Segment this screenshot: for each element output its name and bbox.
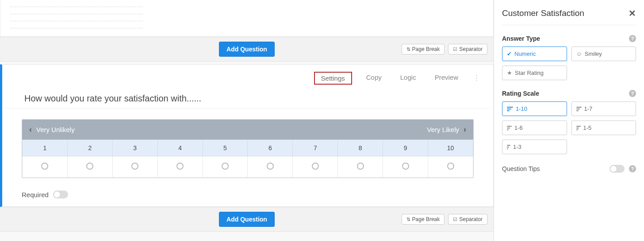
question-action-bar-top: Add Question ⇅ Page Break ☑ Separator	[0, 37, 494, 62]
scale-col-header: 4	[157, 140, 203, 156]
required-toggle[interactable]	[53, 190, 68, 198]
scale-radio[interactable]	[402, 163, 409, 170]
scale-radio[interactable]	[222, 163, 229, 170]
scale-col-header: 5	[203, 140, 248, 156]
scale-col-header: 9	[383, 140, 428, 156]
opt-label: Smiley	[585, 51, 602, 57]
rating-scale-1-6[interactable]: 1-6	[502, 120, 567, 135]
opt-label: 1-6	[514, 124, 523, 131]
scale-col-header: 3	[112, 140, 157, 156]
scale-radio[interactable]	[447, 163, 454, 170]
answer-type-options: ✔ Numeric ☺ Smiley ★ Star Rating	[502, 47, 636, 80]
answer-type-label: Answer Type	[502, 35, 540, 42]
question-tips-toggle[interactable]	[610, 165, 625, 173]
smiley-icon: ☺	[576, 51, 582, 57]
opt-label: 1-7	[584, 105, 593, 112]
separator-icon: ☑	[453, 217, 457, 222]
page-break-icon: ⇅	[406, 217, 410, 222]
chevron-right-icon[interactable]: ›	[464, 125, 466, 134]
answer-type-numeric[interactable]: ✔ Numeric	[502, 47, 567, 61]
page-break-label: Page Break	[412, 216, 440, 222]
separator-button[interactable]: ☑ Separator	[448, 214, 487, 225]
separator-icon: ☑	[453, 47, 457, 52]
add-question-button[interactable]: Add Question	[219, 212, 275, 227]
bars-icon	[576, 126, 581, 130]
sidebar-title: Customer Satisfaction	[502, 8, 584, 18]
scale-radio[interactable]	[312, 163, 319, 170]
scale-left-label: Very Unlikely	[36, 126, 75, 133]
scale-radio[interactable]	[41, 163, 48, 170]
rating-scale-1-5[interactable]: 1-5	[571, 120, 636, 135]
opt-label: Numeric	[514, 51, 536, 57]
required-label: Required	[22, 191, 49, 198]
scale-table: 1 2 3 4 5 6 7 8 9 10	[22, 140, 473, 178]
opt-label: 1-10	[516, 105, 527, 112]
rating-scale-widget: ‹ Very Unlikely Very Likely › 1 2 3 4 5	[22, 119, 474, 178]
question-card: Settings Copy Logic Preview ⋮ How would …	[0, 64, 494, 207]
help-icon[interactable]: ?	[629, 90, 636, 97]
answer-type-smiley[interactable]: ☺ Smiley	[571, 47, 636, 61]
rating-scale-options: 1-10 1-7 1-6 1-5 1-3	[502, 101, 636, 154]
opt-label: Star Rating	[515, 70, 544, 76]
bars-icon	[576, 107, 582, 111]
scale-col-header: 1	[23, 140, 68, 156]
question-tips-label: Question Tips	[502, 165, 540, 172]
answer-type-star[interactable]: ★ Star Rating	[502, 66, 567, 80]
scale-radio[interactable]	[131, 163, 138, 170]
page-break-icon: ⇅	[406, 47, 410, 52]
scale-radio[interactable]	[267, 163, 274, 170]
page-break-button[interactable]: ⇅ Page Break	[402, 44, 445, 54]
rating-scale-1-7[interactable]: 1-7	[571, 101, 636, 116]
chevron-left-icon[interactable]: ‹	[29, 125, 32, 134]
rating-scale-label: Rating Scale	[502, 90, 539, 97]
question-action-bar-bottom: Add Question ⇅ Page Break ☑ Separator	[0, 207, 494, 232]
rating-scale-1-3[interactable]: 1-3	[502, 140, 567, 154]
separator-label: Separator	[459, 46, 483, 52]
star-icon: ★	[507, 70, 512, 76]
tab-settings[interactable]: Settings	[314, 72, 352, 85]
question-title[interactable]: How would you rate your satisfaction wit…	[5, 87, 491, 109]
scale-col-header: 6	[248, 140, 293, 156]
separator-button[interactable]: ☑ Separator	[448, 44, 487, 54]
bars-icon	[507, 107, 513, 111]
scale-col-header: 10	[428, 140, 473, 156]
separator-label: Separator	[459, 216, 483, 222]
settings-sidebar: Customer Satisfaction ✕ Answer Type ? ✔ …	[494, 0, 644, 241]
page-break-label: Page Break	[412, 46, 440, 52]
more-menu-icon[interactable]: ⋮	[472, 72, 482, 85]
scale-right-label: Very Likely	[427, 126, 459, 133]
rating-scale-1-10[interactable]: 1-10	[502, 101, 567, 116]
help-icon[interactable]: ?	[629, 35, 636, 42]
question-toolbar: Settings Copy Logic Preview ⋮	[2, 65, 493, 87]
tab-logic[interactable]: Logic	[396, 72, 421, 85]
opt-label: 1-3	[513, 144, 521, 150]
scale-col-header: 7	[293, 140, 338, 156]
scale-radio[interactable]	[176, 163, 184, 170]
tab-copy[interactable]: Copy	[362, 72, 386, 85]
bars-icon	[507, 126, 512, 130]
add-question-button[interactable]: Add Question	[219, 42, 275, 57]
close-icon[interactable]: ✕	[629, 8, 636, 19]
check-circle-icon: ✔	[507, 51, 512, 57]
page-break-button[interactable]: ⇅ Page Break	[402, 214, 445, 225]
help-icon[interactable]: ?	[629, 165, 636, 172]
previous-question-placeholder	[0, 0, 494, 37]
tab-preview[interactable]: Preview	[430, 72, 463, 85]
scale-radio[interactable]	[357, 163, 364, 170]
opt-label: 1-5	[583, 124, 592, 131]
scale-col-header: 8	[338, 140, 383, 156]
scale-col-header: 2	[67, 140, 112, 156]
scale-radio[interactable]	[86, 163, 93, 170]
bars-icon	[507, 145, 510, 149]
